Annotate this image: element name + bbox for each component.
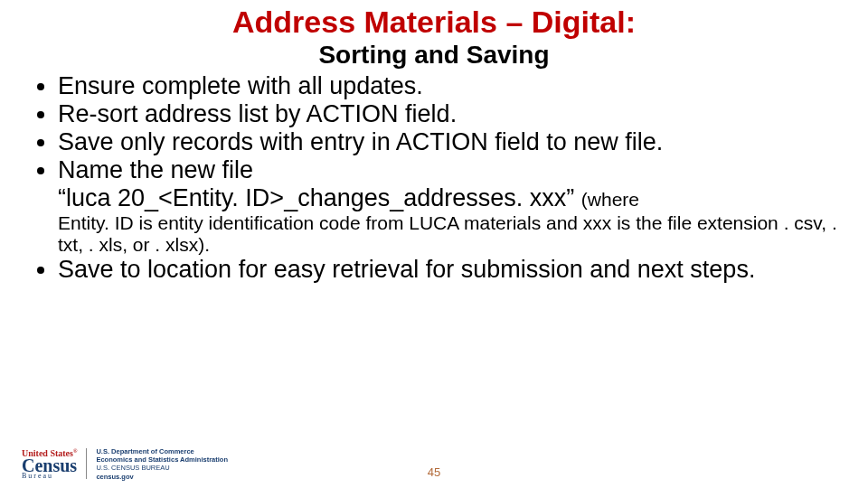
dept-line: U.S. Department of Commerce xyxy=(96,447,228,455)
bullet-item: Name the new file “luca 20_<Entity. ID>_… xyxy=(58,156,841,256)
slide-title: Address Materials – Digital: xyxy=(0,5,868,39)
bullet-text: Name the new file xyxy=(58,156,253,183)
bullet-item: Save to location for easy retrieval for … xyxy=(58,256,841,284)
note-open: (where xyxy=(581,189,639,210)
bullet-item: Ensure complete with all updates. xyxy=(58,72,841,100)
slide-number: 45 xyxy=(0,465,868,479)
slide: Address Materials – Digital: Sorting and… xyxy=(0,5,868,488)
bullet-item: Save only records with entry in ACTION f… xyxy=(58,128,841,156)
dept-line: Economics and Statistics Administration xyxy=(96,455,228,464)
bullet-item: Re-sort address list by ACTION field. xyxy=(58,100,841,128)
note-text: Entity. ID is entity identification code… xyxy=(58,212,841,256)
slide-subtitle: Sorting and Saving xyxy=(0,41,868,70)
filename-text: “luca 20_<Entity. ID>_changes_addresses.… xyxy=(58,184,581,211)
slide-body: Ensure complete with all updates. Re-sor… xyxy=(27,72,841,285)
